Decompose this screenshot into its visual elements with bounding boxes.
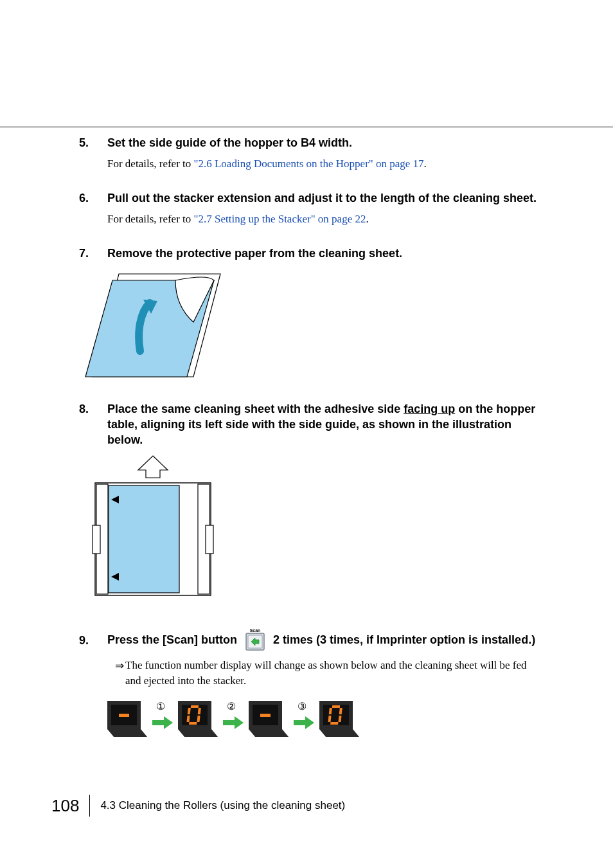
section-title: 4.3 Cleaning the Rollers (using the clea… [100, 799, 345, 812]
step-9: 9. Press the [Scan] button Scan 2 times … [79, 628, 542, 743]
step-title: Remove the protective paper from the cle… [107, 246, 542, 261]
svg-rect-6 [93, 525, 100, 554]
result-arrow: ⇒ [107, 658, 125, 689]
step-body: ⇒ The function number display will chang… [107, 658, 542, 743]
svg-rect-9 [109, 485, 179, 593]
svg-line-39 [339, 716, 340, 722]
step-5: 5. Set the side guide of the hopper to B… [79, 135, 542, 172]
page-content: 5. Set the side guide of the hopper to B… [79, 135, 542, 760]
step-body: For details, refer to "2.6 Loading Docum… [107, 156, 542, 172]
scan-label: Scan [250, 628, 261, 633]
step-title: Pull out the stacker extension and adjus… [107, 190, 542, 206]
body-text-suffix: . [424, 158, 427, 170]
step-8: 8. Place the same cleaning sheet with th… [79, 401, 542, 602]
page-footer: 108 4.3 Cleaning the Rollers (using the … [51, 795, 345, 817]
step-number: 5. [79, 135, 107, 150]
svg-line-25 [199, 708, 200, 714]
svg-marker-18 [152, 716, 173, 729]
svg-line-36 [330, 708, 331, 714]
top-divider [0, 127, 613, 127]
svg-line-38 [341, 708, 341, 714]
page-number: 108 [51, 796, 89, 816]
svg-rect-30 [260, 714, 271, 717]
step-title: Place the same cleaning sheet with the a… [107, 401, 542, 448]
display-sequence-illustration: ① [107, 696, 384, 742]
svg-marker-31 [294, 716, 314, 729]
step-title: Press the [Scan] button Scan 2 times (3 … [107, 628, 542, 653]
circled-1: ① [156, 701, 165, 712]
svg-marker-3 [138, 456, 168, 478]
title-part-a: Press the [Scan] button [107, 633, 240, 646]
svg-rect-17 [119, 714, 129, 717]
svg-line-26 [198, 716, 199, 722]
circled-3: ③ [298, 701, 306, 712]
hopper-alignment-illustration [79, 455, 227, 602]
step-number: 6. [79, 190, 107, 206]
body-text-prefix: For details, refer to [107, 158, 194, 170]
scan-button-icon: Scan [244, 627, 266, 651]
step-body: For details, refer to "2.7 Setting up th… [107, 211, 542, 228]
title-underline: facing up [404, 402, 455, 415]
title-part-b: 2 times (3 times, if Imprinter option is… [273, 633, 535, 646]
cross-ref-link[interactable]: "2.7 Setting up the Stacker" on page 22 [194, 213, 366, 225]
svg-rect-8 [206, 525, 213, 554]
step-7: 7. Remove the protective paper from the … [79, 246, 542, 383]
footer-divider [89, 795, 90, 817]
body-text-prefix: For details, refer to [107, 213, 194, 225]
cross-ref-link[interactable]: "2.6 Loading Documents on the Hopper" on… [194, 158, 424, 170]
step-number: 7. [79, 246, 107, 261]
title-part: Place the same cleaning sheet with the a… [107, 402, 404, 415]
step-number: 8. [79, 401, 107, 448]
svg-line-37 [329, 716, 330, 722]
circled-2: ② [227, 701, 236, 712]
step-number: 9. [79, 633, 107, 648]
step-title: Set the side guide of the hopper to B4 w… [107, 135, 542, 150]
svg-line-24 [188, 716, 188, 722]
body-text-suffix: . [366, 213, 368, 225]
svg-marker-27 [223, 716, 244, 729]
peel-sheet-illustration [79, 267, 227, 383]
step-6: 6. Pull out the stacker extension and ad… [79, 190, 542, 228]
result-text: The function number display will change … [125, 658, 542, 689]
svg-line-23 [189, 708, 190, 714]
